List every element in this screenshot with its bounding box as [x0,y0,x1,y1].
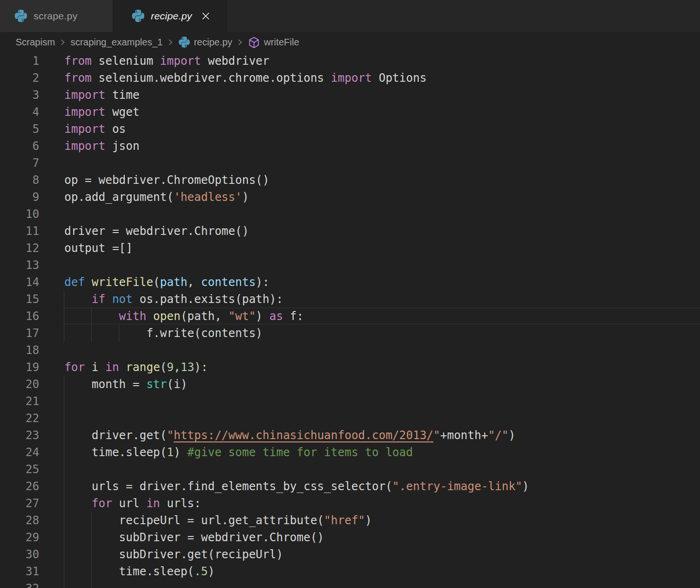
tab-scrape-py[interactable]: scrape.py [0,0,113,32]
chevron-right-icon [236,38,245,47]
code-line[interactable]: 5import os [0,121,700,138]
indent-guide [64,444,64,461]
code-text: for i in range(9,13): [64,359,208,376]
code-text: import os [64,121,126,138]
indent-guide [64,495,64,512]
indent-guide [64,325,64,342]
line-number: 21 [0,393,39,410]
indent-guide [64,529,64,546]
code-line[interactable]: 12output =[] [0,240,700,257]
line-number: 25 [0,461,39,478]
code-line[interactable]: 28 recipeUrl = url.get_attribute("href") [0,512,700,529]
code-text: urls = driver.find_elements_by_css_selec… [64,478,529,495]
line-number: 18 [0,342,39,359]
code-line[interactable]: 23 driver.get("https://www.chinasichuanf… [0,427,700,444]
code-line[interactable]: 6import json [0,138,700,155]
code-line[interactable]: 31 time.sleep(.5) [0,563,700,580]
code-line[interactable]: 19for i in range(9,13): [0,359,700,376]
python-file-icon [178,36,190,48]
code-line[interactable]: 20 month = str(i) [0,376,700,393]
indent-guide [91,529,92,546]
code-text: for url in urls: [64,495,201,512]
python-file-icon [14,9,27,23]
python-file-icon [131,9,145,23]
code-line[interactable]: 26 urls = driver.find_elements_by_css_se… [0,478,700,495]
code-line[interactable]: 16 with open(path, "wt") as f: [0,308,700,325]
code-line[interactable]: 15 if not os.path.exists(path): [0,291,700,308]
indent-guide [119,325,119,342]
line-number: 10 [0,206,39,223]
line-number: 5 [0,121,39,138]
line-number: 1 [0,52,39,69]
line-number: 26 [0,478,39,495]
code-text: op.add_argument('headless') [64,189,249,206]
line-number: 20 [0,376,39,393]
breadcrumb-item-project[interactable]: Scrapism [16,37,55,48]
line-number: 23 [0,427,39,444]
code-line[interactable]: 22 [0,410,700,427]
breadcrumb-item-file[interactable]: recipe.py [178,36,232,48]
indent-guide [64,427,64,444]
code-line[interactable]: 1from selenium import webdriver [0,52,700,69]
code-line[interactable]: 7 [0,155,700,172]
tab-label-scrape: scrape.py [34,10,78,22]
code-line[interactable]: 4import wget [0,104,700,121]
line-number: 7 [0,155,39,172]
line-number: 8 [0,172,39,189]
code-line[interactable]: 32 [0,580,700,588]
code-line[interactable]: 14def writeFile(path, contents): [0,274,700,291]
code-line[interactable]: 30 subDriver.get(recipeUrl) [0,546,700,563]
code-line[interactable]: 3import time [0,86,700,104]
tab-bar-empty-space [227,0,700,32]
tab-label-recipe: recipe.py [151,10,192,22]
close-icon[interactable] [200,10,212,22]
indent-guide [91,308,92,325]
indent-guide [64,580,64,588]
code-line[interactable]: 17 f.write(contents) [0,325,700,342]
code-line[interactable]: 8op = webdriver.ChromeOptions() [0,172,700,189]
line-number: 19 [0,359,39,376]
code-line[interactable]: 9op.add_argument('headless') [0,189,700,206]
line-number: 2 [0,69,39,86]
indent-guide [64,393,64,410]
code-line[interactable]: 21 [0,393,700,410]
url-link: https://www.chinasichuanfood.com/2013/ [174,429,433,442]
code-line[interactable]: 11driver = webdriver.Chrome() [0,223,700,240]
tab-recipe-py[interactable]: recipe.py [113,0,227,32]
indent-guide [64,410,64,427]
indent-guide [64,461,64,478]
code-text: time.sleep(.5) [64,563,215,580]
line-number: 9 [0,189,39,206]
indent-guide [64,478,64,495]
code-line[interactable]: 2from selenium.webdriver.chrome.options … [0,69,700,86]
line-number: 13 [0,257,39,274]
editor-tab-bar: scrape.py recipe.py [0,0,700,32]
line-number: 15 [0,291,39,308]
code-line[interactable]: 24 time.sleep(1) #give some time for ite… [0,444,700,461]
indent-guide [91,325,92,342]
line-number: 31 [0,563,39,580]
indent-guide [64,546,64,563]
code-line[interactable]: 18 [0,342,700,359]
line-number: 27 [0,495,39,512]
line-number: 6 [0,138,39,155]
code-text: driver = webdriver.Chrome() [64,223,249,240]
indent-guide [91,546,92,563]
code-line[interactable]: 25 [0,461,700,478]
code-line[interactable]: 13 [0,257,700,274]
code-line[interactable]: 29 subDriver = webdriver.Chrome() [0,529,700,546]
code-text: subDriver.get(recipeUrl) [64,546,283,563]
line-number: 24 [0,444,39,461]
code-line[interactable]: 10 [0,206,700,223]
breadcrumb-item-folder[interactable]: scraping_examples_1 [70,37,163,48]
code-text: from selenium.webdriver.chrome.options i… [64,69,427,86]
breadcrumb-symbol-label: writeFile [264,37,299,48]
line-number: 28 [0,512,39,529]
indent-guide [64,563,64,580]
code-text: month = str(i) [64,376,187,393]
code-editor[interactable]: 1from selenium import webdriver2from sel… [0,52,700,588]
code-line[interactable]: 27 for url in urls: [0,495,700,512]
line-number: 22 [0,410,39,427]
breadcrumb-item-symbol[interactable]: writeFile [248,36,299,49]
breadcrumb: Scrapism scraping_examples_1 recipe.py w… [0,32,700,52]
